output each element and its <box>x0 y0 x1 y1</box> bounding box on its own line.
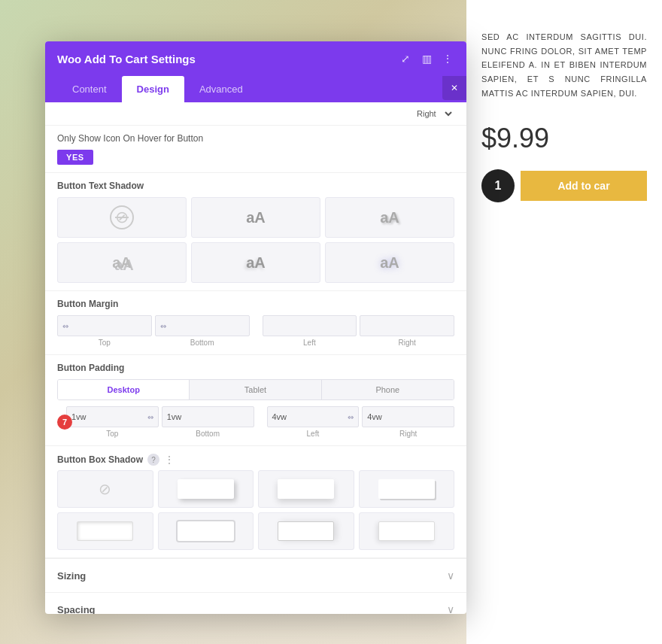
alignment-select[interactable]: Right Left Center <box>414 108 454 119</box>
box-shadow-s7[interactable] <box>359 512 455 550</box>
button-margin-label: Button Margin <box>57 299 454 309</box>
box-shadow-s6[interactable] <box>258 512 354 550</box>
resp-tab-phone[interactable]: Phone <box>322 380 454 399</box>
more-options-icon[interactable]: ⋮ <box>441 52 454 65</box>
padding-right-label: Right <box>362 430 454 438</box>
tab-content[interactable]: Content <box>57 76 122 102</box>
padding-left-input[interactable]: 4vw ⇔ <box>267 406 360 427</box>
margin-top-input[interactable]: ⇔ <box>57 315 152 336</box>
box-shadow-s4-inner <box>77 521 133 541</box>
tab-advanced[interactable]: Advanced <box>184 76 258 102</box>
box-shadow-more-icon[interactable]: ⋮ <box>164 454 175 466</box>
box-shadow-label: Button Box Shadow <box>57 454 143 465</box>
padding-bottom-col: 1vw Bottom <box>162 406 254 438</box>
spacing-chevron: ∨ <box>447 603 454 614</box>
box-shadow-s3-inner <box>378 479 435 499</box>
panel-header-icons: ⤢ ▥ ⋮ <box>399 52 454 65</box>
box-shadow-s2[interactable] <box>258 470 354 508</box>
box-shadow-none[interactable]: ⊘ <box>57 470 153 508</box>
padding-top-label: Top <box>66 430 159 438</box>
product-price: $9.99 <box>481 123 647 154</box>
text-shadow-style2[interactable]: aA <box>325 197 454 238</box>
box-shadow-s1[interactable] <box>158 470 254 508</box>
padding-top-col: 1vw ⇔ Top <box>66 406 159 438</box>
padding-top-bottom: 1vw ⇔ Top 1vw Bottom <box>66 406 254 438</box>
margin-bottom-label: Bottom <box>155 339 250 347</box>
margin-top-col: ⇔ Top <box>57 315 152 347</box>
sizing-label: Sizing <box>57 570 86 582</box>
padding-inputs: 1vw ⇔ Top 1vw Bottom <box>66 406 454 438</box>
padding-top-input[interactable]: 1vw ⇔ <box>66 406 159 427</box>
box-shadow-s2-inner <box>278 479 334 499</box>
padding-right-value: 4vw <box>367 412 382 421</box>
padding-right-col: 4vw Right <box>362 406 454 438</box>
margin-bottom-col: ⇔ Bottom <box>155 315 250 347</box>
settings-panel: Woo Add To Cart Settings ⤢ ▥ ⋮ Content D… <box>45 41 466 614</box>
box-shadow-s7-inner <box>378 521 435 541</box>
quantity-badge[interactable]: 1 <box>481 169 515 202</box>
panel-header: Woo Add To Cart Settings ⤢ ▥ ⋮ <box>45 41 466 76</box>
box-shadow-s6-inner <box>278 521 334 541</box>
padding-left-label: Left <box>267 430 360 438</box>
fullscreen-icon[interactable]: ⤢ <box>399 52 412 65</box>
spacing-label: Spacing <box>57 604 96 615</box>
alignment-row: Right Left Center <box>45 102 466 126</box>
box-shadow-s3[interactable] <box>359 470 455 508</box>
text-shadow-style4[interactable]: aA <box>191 242 320 283</box>
padding-right-input[interactable]: 4vw <box>362 406 454 427</box>
sizing-chevron: ∨ <box>447 570 454 582</box>
margin-inputs: ⇔ Top ⇔ Bottom Left <box>57 315 454 347</box>
margin-right-label: Right <box>360 339 454 347</box>
product-description: SED AC INTERDUM SAGITTIS DUI. NUNC FRING… <box>481 30 647 100</box>
margin-left-input[interactable] <box>263 315 357 336</box>
add-to-cart-button[interactable]: Add to car <box>521 171 647 201</box>
text-shadow-grid: ⊘ aA aA aA aA aA <box>57 197 454 283</box>
margin-bottom-input[interactable]: ⇔ <box>155 315 250 336</box>
resp-tab-tablet[interactable]: Tablet <box>190 380 321 399</box>
box-shadow-s5[interactable] <box>158 512 254 550</box>
hover-toggle-section: Only Show Icon On Hover for Button YES <box>45 126 466 173</box>
close-button[interactable]: ✕ <box>442 76 466 100</box>
button-margin-section: Button Margin ⇔ Top ⇔ Bottom <box>45 291 466 355</box>
margin-left-right: Left Right <box>263 315 455 347</box>
box-shadow-section: Button Box Shadow ? ⋮ ⊘ <box>45 446 466 558</box>
box-shadow-header: Button Box Shadow ? ⋮ <box>57 454 454 466</box>
spacing-section[interactable]: Spacing ∨ <box>45 592 466 614</box>
box-shadow-s4[interactable] <box>57 512 153 550</box>
margin-left-col: Left <box>263 315 357 347</box>
help-icon[interactable]: ? <box>147 454 159 466</box>
text-shadow-style5[interactable]: aA <box>325 242 454 283</box>
panel-title: Woo Add To Cart Settings <box>57 53 196 65</box>
sizing-section[interactable]: Sizing ∨ <box>45 558 466 592</box>
product-panel: SED AC INTERDUM SAGITTIS DUI. NUNC FRING… <box>466 0 662 644</box>
tabs-bar: Content Design Advanced ✕ <box>45 76 466 102</box>
margin-bottom-link-icon: ⇔ <box>160 322 166 330</box>
text-shadow-none[interactable]: ⊘ <box>57 197 187 238</box>
padding-bottom-input[interactable]: 1vw <box>162 406 254 427</box>
button-padding-section: Button Padding Desktop Tablet Phone 7 1v… <box>45 355 466 446</box>
hover-toggle-button[interactable]: YES <box>57 150 93 165</box>
box-shadow-grid: ⊘ <box>57 470 454 550</box>
columns-icon[interactable]: ▥ <box>420 52 433 65</box>
margin-left-label: Left <box>263 339 357 347</box>
padding-link-icon-left: ⇔ <box>348 413 354 421</box>
text-shadow-label: Button Text Shadow <box>57 181 454 191</box>
text-shadow-style1[interactable]: aA <box>191 197 320 238</box>
padding-left-value: 4vw <box>272 412 287 421</box>
margin-right-col: Right <box>360 315 454 347</box>
box-shadow-s1-inner <box>178 479 234 499</box>
hover-toggle-label: Only Show Icon On Hover for Button <box>57 133 454 144</box>
text-shadow-section: Button Text Shadow ⊘ aA aA aA aA a <box>45 173 466 291</box>
margin-right-input[interactable] <box>360 315 454 336</box>
padding-left-right: 4vw ⇔ Left 4vw Right <box>267 406 455 438</box>
text-shadow-style3[interactable]: aA <box>57 242 187 283</box>
padding-link-icon-top: ⇔ <box>147 413 153 421</box>
margin-link-icon: ⇔ <box>62 322 68 330</box>
step-badge: 7 <box>57 415 72 430</box>
padding-bottom-label: Bottom <box>162 430 254 438</box>
resp-tab-desktop[interactable]: Desktop <box>58 380 190 399</box>
tab-design[interactable]: Design <box>122 76 184 102</box>
product-actions: 1 Add to car <box>481 169 647 202</box>
padding-left-col: 4vw ⇔ Left <box>267 406 360 438</box>
padding-inputs-wrapper: 7 1vw ⇔ Top 1vw <box>66 406 454 438</box>
